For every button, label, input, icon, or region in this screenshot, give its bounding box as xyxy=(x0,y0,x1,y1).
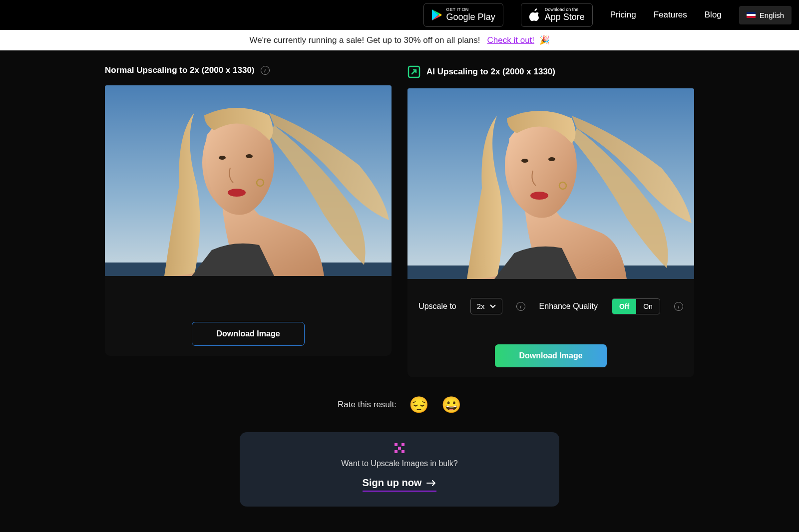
nav-features[interactable]: Features xyxy=(654,10,687,20)
uk-flag-icon xyxy=(747,12,756,18)
upscale-factor-dropdown[interactable]: 2x xyxy=(470,298,502,314)
sale-text: We're currently running a sale! Get up t… xyxy=(249,35,480,45)
toggle-off[interactable]: Off xyxy=(612,299,636,314)
enhance-quality-label: Enhance Quality xyxy=(539,302,598,311)
bulk-cta-card: Want to Upscale Images in bulk? Sign up … xyxy=(240,432,559,507)
language-label: English xyxy=(760,11,784,19)
enhance-quality-toggle[interactable]: Off On xyxy=(612,298,660,314)
sale-link[interactable]: Check it out! xyxy=(487,35,535,45)
rate-result-row: Rate this result: 😔 😀 xyxy=(15,377,784,423)
cta-link-label: Sign up now xyxy=(363,477,422,489)
download-normal-button[interactable]: Download Image xyxy=(192,322,304,346)
ai-upscale-icon xyxy=(407,65,420,78)
google-play-badge[interactable]: GET IT ON Google Play xyxy=(423,3,503,27)
svg-rect-18 xyxy=(395,450,398,453)
svg-rect-15 xyxy=(395,443,398,446)
google-play-bottom: Google Play xyxy=(446,12,495,22)
svg-rect-19 xyxy=(401,450,404,453)
info-icon[interactable]: i xyxy=(516,302,525,311)
nav-pricing[interactable]: Pricing xyxy=(610,10,636,20)
ai-preview-image xyxy=(407,88,694,279)
svg-point-3 xyxy=(219,156,226,160)
rate-sad-button[interactable]: 😔 xyxy=(409,395,429,414)
apple-icon xyxy=(529,8,541,21)
normal-upscaling-column: Normal Upscaling to 2x (2000 x 1330) i xyxy=(105,65,392,377)
chevron-down-icon xyxy=(490,304,496,308)
rate-happy-button[interactable]: 😀 xyxy=(441,395,461,414)
svg-point-5 xyxy=(228,189,246,197)
info-icon[interactable]: i xyxy=(261,66,270,75)
info-icon[interactable]: i xyxy=(674,302,683,311)
cta-text: Want to Upscale Images in bulk? xyxy=(240,459,559,468)
normal-upscaling-title: Normal Upscaling to 2x (2000 x 1330) xyxy=(105,65,255,75)
svg-point-4 xyxy=(246,154,253,158)
svg-point-12 xyxy=(548,157,555,161)
ai-upscaling-column: AI Upscaling to 2x (2000 x 1330) xyxy=(407,65,694,377)
svg-point-11 xyxy=(521,159,528,163)
svg-point-13 xyxy=(530,192,548,200)
app-store-bottom: App Store xyxy=(545,12,585,22)
sale-banner: We're currently running a sale! Get up t… xyxy=(0,30,799,50)
svg-rect-17 xyxy=(398,447,401,450)
toggle-on[interactable]: On xyxy=(636,299,660,314)
language-selector[interactable]: English xyxy=(739,6,792,24)
signup-now-link[interactable]: Sign up now xyxy=(363,477,437,492)
sparkle-icon xyxy=(394,442,405,454)
ai-upscaling-title: AI Upscaling to 2x (2000 x 1330) xyxy=(426,67,555,77)
normal-preview-image xyxy=(105,85,392,276)
app-store-badge[interactable]: Download on the App Store xyxy=(521,3,593,27)
top-header: GET IT ON Google Play Download on the Ap… xyxy=(0,0,799,30)
nav-blog[interactable]: Blog xyxy=(705,10,722,20)
rate-label: Rate this result: xyxy=(338,400,397,410)
upscale-to-label: Upscale to xyxy=(418,302,456,311)
svg-rect-16 xyxy=(401,443,404,446)
download-ai-button[interactable]: Download Image xyxy=(495,344,606,367)
google-play-icon xyxy=(431,9,442,21)
arrow-right-icon xyxy=(426,480,436,487)
party-emoji-icon: 🎉 xyxy=(539,35,550,45)
upscale-factor-value: 2x xyxy=(477,302,485,310)
